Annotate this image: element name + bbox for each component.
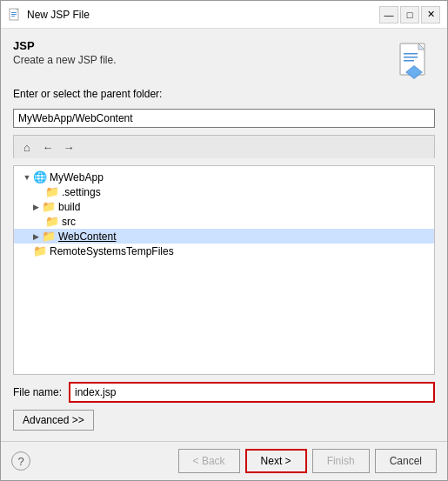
header-icon xyxy=(393,39,435,81)
tree-item[interactable]: ▶ 📁 WebContent xyxy=(14,229,434,244)
folder-label: Enter or select the parent folder: xyxy=(13,88,435,100)
tree-toggle-icon[interactable]: ▶ xyxy=(30,230,42,243)
tree-item[interactable]: ▼ 🌐 MyWebApp xyxy=(14,170,434,184)
home-button[interactable]: ⌂ xyxy=(17,138,37,156)
tree-item-label: src xyxy=(62,216,76,228)
folder-icon: 📁 xyxy=(33,244,47,257)
filename-input[interactable] xyxy=(69,382,435,403)
forward-nav-button[interactable]: → xyxy=(59,138,78,156)
dialog-title: New JSP File xyxy=(27,9,90,21)
filename-row: File name: xyxy=(13,382,435,403)
tree-item[interactable]: ▶ 📁 build xyxy=(14,199,434,214)
help-button[interactable]: ? xyxy=(11,451,30,471)
dialog-content: JSP Create a new JSP file. Enter or sele… xyxy=(1,29,447,441)
folder-icon: 📁 xyxy=(45,185,59,198)
tree-item-label: RemoteSystemsTempFiles xyxy=(50,245,174,257)
svg-rect-3 xyxy=(11,14,17,15)
next-button[interactable]: Next > xyxy=(245,449,307,473)
back-nav-button[interactable]: ← xyxy=(38,138,57,156)
footer-buttons: < Back Next > Finish Cancel xyxy=(178,449,437,473)
back-button[interactable]: < Back xyxy=(178,449,240,473)
folder-tree[interactable]: ▼ 🌐 MyWebApp 📁 .settings ▶ 📁 build xyxy=(13,165,435,375)
tree-item-label: WebContent xyxy=(58,230,117,243)
header-text: JSP Create a new JSP file. xyxy=(13,39,117,66)
folder-icon: 📁 xyxy=(42,230,56,243)
tree-toggle-icon xyxy=(33,186,45,198)
tree-toolbar: ⌂ ← → xyxy=(13,135,435,158)
tree-toggle-icon xyxy=(21,245,33,257)
tree-item[interactable]: 📁 .settings xyxy=(14,184,434,199)
dialog-icon xyxy=(8,8,22,22)
svg-rect-7 xyxy=(404,53,418,55)
svg-rect-4 xyxy=(11,16,15,17)
tree-item-label: build xyxy=(58,201,80,213)
wizard-subheading: Create a new JSP file. xyxy=(13,54,117,66)
jsp-file-icon xyxy=(395,41,433,79)
dialog-container: New JSP File — □ ✕ JSP Create a new JSP … xyxy=(0,0,448,481)
cancel-button[interactable]: Cancel xyxy=(375,449,437,473)
dialog-footer: ? < Back Next > Finish Cancel xyxy=(1,441,447,480)
advanced-button[interactable]: Advanced >> xyxy=(13,410,94,431)
close-button[interactable]: ✕ xyxy=(421,6,440,23)
maximize-button[interactable]: □ xyxy=(400,6,419,23)
folder-icon: 📁 xyxy=(45,215,59,228)
tree-item-label: .settings xyxy=(62,186,101,198)
tree-toggle-icon[interactable]: ▼ xyxy=(21,171,33,184)
tree-toggle-icon[interactable]: ▶ xyxy=(30,201,42,213)
folder-icon: 📁 xyxy=(42,200,56,213)
svg-rect-9 xyxy=(404,60,414,62)
finish-button[interactable]: Finish xyxy=(312,449,370,473)
folder-icon: 🌐 xyxy=(33,170,47,184)
footer-left: ? xyxy=(11,451,30,471)
wizard-heading: JSP xyxy=(13,39,117,52)
minimize-button[interactable]: — xyxy=(379,6,398,23)
title-bar-left: New JSP File xyxy=(8,8,90,22)
tree-item[interactable]: 📁 src xyxy=(14,214,434,229)
title-bar: New JSP File — □ ✕ xyxy=(1,1,447,29)
folder-input[interactable] xyxy=(13,109,435,128)
filename-label: File name: xyxy=(13,386,62,398)
title-controls: — □ ✕ xyxy=(379,6,440,23)
svg-rect-8 xyxy=(404,57,418,58)
tree-toggle-icon xyxy=(33,216,45,228)
header-row: JSP Create a new JSP file. xyxy=(13,39,435,81)
tree-item-label: MyWebApp xyxy=(50,171,104,184)
tree-item[interactable]: 📁 RemoteSystemsTempFiles xyxy=(14,244,434,258)
svg-rect-2 xyxy=(11,12,17,13)
